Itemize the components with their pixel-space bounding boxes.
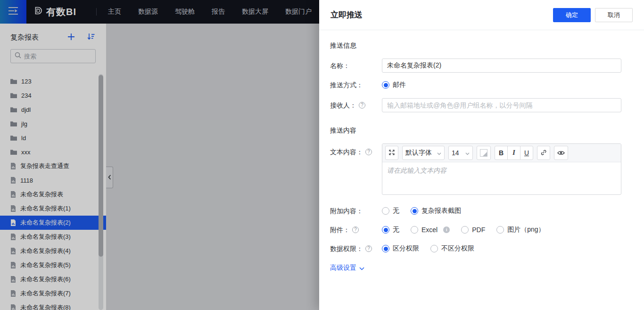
font-color-button[interactable] <box>477 146 491 160</box>
extra-content-row: 附加内容： 无 复杂报表截图 <box>330 206 633 216</box>
format-button-group: B I U <box>495 146 533 160</box>
underline-button[interactable]: U <box>520 146 533 160</box>
report-file-icon <box>10 205 16 212</box>
report-file-icon <box>10 191 16 198</box>
chevron-down-icon <box>359 264 364 272</box>
app-logo[interactable]: 有数BI <box>33 6 76 18</box>
folder-icon <box>10 121 17 126</box>
name-input[interactable] <box>382 59 621 73</box>
sort-button[interactable] <box>87 33 95 42</box>
sidebar-item-label: 未命名复杂报表(6) <box>20 275 71 284</box>
radio-email[interactable]: 邮件 <box>382 81 406 89</box>
advanced-settings-link[interactable]: 高级设置 <box>330 264 364 272</box>
sidebar-item-report[interactable]: 未命名复杂报表(1) <box>0 201 106 216</box>
sidebar-item-report[interactable]: 未命名复杂报表(3) <box>0 230 106 244</box>
sidebar-item-report[interactable]: 未命名复杂报表(8) <box>0 301 106 310</box>
report-file-icon <box>10 234 16 240</box>
nav-item-home[interactable]: 主页 <box>108 8 121 16</box>
bold-button[interactable]: B <box>495 146 508 160</box>
nav-item-dataportal[interactable]: 数据门户 <box>285 8 312 16</box>
radio-label: 无 <box>393 226 399 234</box>
sidebar-item-report[interactable]: 未命名复杂报表(4) <box>0 244 106 258</box>
sidebar-item-folder-jlg[interactable]: jlg <box>0 117 106 131</box>
report-canvas <box>106 24 319 310</box>
help-icon[interactable]: ? <box>365 149 372 155</box>
radio-icon <box>382 207 389 215</box>
drawer-body: 推送信息 名称： 推送方式： 邮件 <box>319 30 644 272</box>
sidebar-item-folder-123[interactable]: 123 <box>0 74 106 88</box>
push-method-label: 推送方式： <box>330 80 382 90</box>
help-icon[interactable]: ? <box>359 102 365 109</box>
recipients-label-text: 接收人： <box>330 101 356 110</box>
sidebar-item-report[interactable]: 未命名复杂报表 <box>0 187 106 201</box>
section-push-info: 推送信息 <box>330 41 633 50</box>
radio-label: 无 <box>393 207 399 215</box>
sidebar-item-label: ld <box>21 134 26 142</box>
folder-icon <box>10 149 17 155</box>
report-file-icon <box>10 177 16 184</box>
radio-attachment-png[interactable]: 图片（png） <box>496 226 545 234</box>
nav-item-bigscreen[interactable]: 数据大屏 <box>242 8 268 16</box>
radio-icon <box>496 226 504 234</box>
sidebar-scrollbar-thumb[interactable] <box>99 75 103 257</box>
chevron-left-icon <box>108 173 111 182</box>
sidebar-item-report[interactable]: 复杂报表走查通查 <box>0 159 106 173</box>
nav-item-datasource[interactable]: 数据源 <box>138 8 158 16</box>
data-permission-label: 数据权限： ? <box>330 244 382 253</box>
radio-checked-icon <box>382 81 389 89</box>
sidebar-item-folder-234[interactable]: 234 <box>0 88 106 102</box>
radio-label: Excel <box>421 226 438 234</box>
font-family-value: 默认字体 <box>405 149 432 157</box>
text-content-row: 文本内容： ? 默认字体 <box>330 143 633 195</box>
sidebar-item-label: 复杂报表走查通查 <box>20 162 69 170</box>
recipients-input[interactable] <box>382 98 621 112</box>
radio-extra-screenshot[interactable]: 复杂报表截图 <box>411 207 461 215</box>
logo-icon <box>33 6 43 18</box>
nav-item-dashboard[interactable]: 驾驶舱 <box>175 8 195 16</box>
sidebar-collapse-handle[interactable] <box>106 167 113 188</box>
add-report-button[interactable] <box>67 33 75 42</box>
font-family-select[interactable]: 默认字体 <box>402 146 445 160</box>
radio-extra-none[interactable]: 无 <box>382 207 399 215</box>
radio-permission-nosplit[interactable]: 不区分权限 <box>430 244 474 253</box>
sidebar-scrollbar[interactable] <box>99 74 103 310</box>
italic-button[interactable]: I <box>507 146 520 160</box>
font-size-select[interactable]: 14 <box>448 146 473 160</box>
search-input[interactable] <box>24 53 91 60</box>
hamburger-button[interactable] <box>0 0 26 24</box>
insert-link-button[interactable] <box>537 146 550 160</box>
radio-permission-split[interactable]: 区分权限 <box>382 244 419 253</box>
sidebar-item-label: 未命名复杂报表(4) <box>20 247 71 255</box>
help-icon[interactable]: ? <box>365 245 372 252</box>
help-icon[interactable]: ? <box>352 226 359 233</box>
recipients-label: 接收人： ? <box>330 101 382 110</box>
confirm-button[interactable]: 确定 <box>553 8 591 22</box>
sidebar-title: 复杂报表 <box>10 32 67 42</box>
radio-checked-icon <box>382 226 389 234</box>
nav-item-report[interactable]: 报告 <box>212 8 225 16</box>
cancel-button[interactable]: 取消 <box>595 8 633 22</box>
preview-button[interactable] <box>554 146 568 160</box>
sidebar-item-report[interactable]: 1118 <box>0 173 106 187</box>
radio-attachment-pdf[interactable]: PDF <box>461 226 485 234</box>
radio-attachment-excel[interactable]: Excel i <box>411 226 450 234</box>
report-file-icon <box>10 304 16 310</box>
radio-attachment-none[interactable]: 无 <box>382 226 399 234</box>
sidebar-item-report[interactable]: 未命名复杂报表(7) <box>0 286 106 301</box>
sidebar-item-report-selected[interactable]: 未命名复杂报表(2) <box>0 216 106 230</box>
editor-text-area[interactable]: 请在此输入文本内容 <box>382 162 621 194</box>
sidebar-item-folder-djdl[interactable]: djdl <box>0 102 106 117</box>
sidebar-item-folder-ld[interactable]: ld <box>0 131 106 145</box>
sidebar-item-report[interactable]: 未命名复杂报表(5) <box>0 258 106 272</box>
radio-label: PDF <box>472 226 485 234</box>
data-permission-row: 数据权限： ? 区分权限 不区分权限 <box>330 244 633 253</box>
radio-label: 区分权限 <box>393 244 419 253</box>
folder-icon <box>10 135 17 141</box>
info-icon[interactable]: i <box>443 226 450 233</box>
sidebar-item-folder-xxx[interactable]: xxx <box>0 145 106 159</box>
link-icon <box>540 149 547 157</box>
sidebar-item-report[interactable]: 未命名复杂报表(6) <box>0 272 106 286</box>
fullscreen-button[interactable] <box>385 146 398 160</box>
push-method-row: 推送方式： 邮件 <box>330 80 633 90</box>
sidebar: 复杂报表 123 234 djdl jlg ld xxx 复杂报表走查通查 11… <box>0 24 106 310</box>
